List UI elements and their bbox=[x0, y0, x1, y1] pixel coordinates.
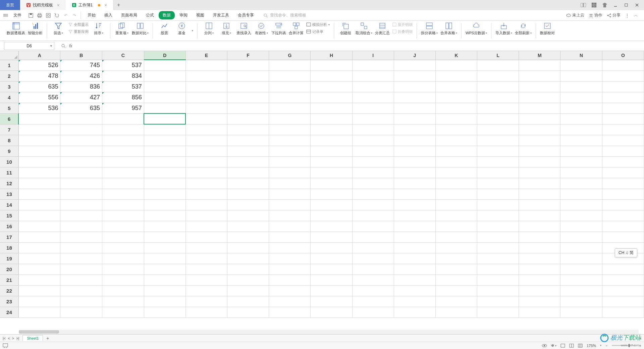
cell-F17[interactable] bbox=[227, 232, 269, 242]
cell-D7[interactable] bbox=[144, 124, 185, 135]
cell-B21[interactable] bbox=[60, 275, 102, 285]
cell-F10[interactable] bbox=[227, 156, 269, 167]
col-header-O[interactable]: O bbox=[602, 51, 644, 60]
cell-A17[interactable] bbox=[18, 232, 60, 242]
cell-L9[interactable] bbox=[477, 146, 519, 156]
cell-B22[interactable] bbox=[60, 285, 102, 296]
spreadsheet-grid[interactable]: ABCDEFGHIJKLMNO1526745537247842683436358… bbox=[0, 51, 644, 334]
cell-F7[interactable] bbox=[227, 124, 269, 135]
cell-C11[interactable] bbox=[102, 167, 144, 178]
fill-button[interactable]: 填充▾ bbox=[219, 22, 234, 36]
cell-M6[interactable] bbox=[519, 113, 560, 124]
subtotal-button[interactable]: 分类汇总 bbox=[375, 22, 390, 36]
cell-K5[interactable] bbox=[435, 103, 477, 113]
cell-D11[interactable] bbox=[144, 167, 185, 178]
tab-template[interactable]: 找稻壳模板 × bbox=[20, 0, 66, 10]
cell-C22[interactable] bbox=[102, 285, 144, 296]
cell-I24[interactable] bbox=[352, 307, 394, 317]
cell-I19[interactable] bbox=[352, 253, 394, 264]
formula-input[interactable] bbox=[75, 42, 612, 50]
cell-K21[interactable] bbox=[435, 275, 477, 285]
cell-G5[interactable] bbox=[269, 103, 311, 113]
share-button[interactable]: 分享 bbox=[607, 12, 621, 18]
reapply-button[interactable]: 重新应用 bbox=[68, 29, 89, 34]
col-header-N[interactable]: N bbox=[560, 51, 602, 60]
cell-H14[interactable] bbox=[311, 199, 352, 210]
col-header-J[interactable]: J bbox=[394, 51, 435, 60]
cell-B15[interactable] bbox=[60, 210, 102, 221]
cell-J11[interactable] bbox=[394, 167, 435, 178]
layout-icon[interactable] bbox=[580, 1, 587, 9]
cell-F4[interactable] bbox=[227, 92, 269, 103]
cell-L20[interactable] bbox=[477, 264, 519, 275]
cell-L22[interactable] bbox=[477, 285, 519, 296]
menu-tab-3[interactable]: 公式 bbox=[142, 10, 158, 20]
cell-L2[interactable] bbox=[477, 70, 519, 81]
cell-E2[interactable] bbox=[185, 70, 227, 81]
print-icon[interactable] bbox=[37, 13, 42, 18]
lang-icon[interactable]: ⊕ ▾ bbox=[551, 343, 556, 348]
row-header-4[interactable]: 4 bbox=[0, 92, 18, 103]
cell-K18[interactable] bbox=[435, 242, 477, 253]
cell-A20[interactable] bbox=[18, 264, 60, 275]
cell-A6[interactable] bbox=[18, 113, 60, 124]
cell-N7[interactable] bbox=[560, 124, 602, 135]
cell-C15[interactable] bbox=[102, 210, 144, 221]
cell-E20[interactable] bbox=[185, 264, 227, 275]
cell-K16[interactable] bbox=[435, 221, 477, 232]
cell-M7[interactable] bbox=[519, 124, 560, 135]
view-break-icon[interactable] bbox=[578, 344, 583, 348]
cell-L11[interactable] bbox=[477, 167, 519, 178]
cell-L16[interactable] bbox=[477, 221, 519, 232]
cell-F1[interactable] bbox=[227, 60, 269, 70]
cell-H6[interactable] bbox=[311, 113, 352, 124]
cell-F3[interactable] bbox=[227, 81, 269, 92]
input-mode-icon[interactable] bbox=[3, 343, 8, 348]
cell-C2[interactable]: 834 bbox=[102, 70, 144, 81]
cell-C5[interactable]: 957 bbox=[102, 103, 144, 113]
cell-J10[interactable] bbox=[394, 156, 435, 167]
cell-D5[interactable] bbox=[144, 103, 185, 113]
preview-icon[interactable] bbox=[46, 13, 51, 18]
cell-F18[interactable] bbox=[227, 242, 269, 253]
chevron-down-icon[interactable]: ▼ bbox=[50, 44, 53, 48]
cell-A7[interactable] bbox=[18, 124, 60, 135]
cell-C12[interactable] bbox=[102, 178, 144, 189]
cell-O11[interactable] bbox=[602, 167, 644, 178]
cell-E14[interactable] bbox=[185, 199, 227, 210]
cell-D15[interactable] bbox=[144, 210, 185, 221]
cell-B13[interactable] bbox=[60, 189, 102, 199]
stock-button[interactable]: 股票 bbox=[157, 22, 172, 36]
cell-K14[interactable] bbox=[435, 199, 477, 210]
cell-M5[interactable] bbox=[519, 103, 560, 113]
undo-button[interactable]: ↶ bbox=[63, 13, 68, 18]
cell-M8[interactable] bbox=[519, 135, 560, 146]
row-header-9[interactable]: 9 bbox=[0, 146, 18, 156]
cell-K13[interactable] bbox=[435, 189, 477, 199]
cell-O5[interactable] bbox=[602, 103, 644, 113]
row-header-17[interactable]: 17 bbox=[0, 232, 18, 242]
cell-G24[interactable] bbox=[269, 307, 311, 317]
cell-B10[interactable] bbox=[60, 156, 102, 167]
cell-J1[interactable] bbox=[394, 60, 435, 70]
col-header-K[interactable]: K bbox=[435, 51, 477, 60]
cell-M13[interactable] bbox=[519, 189, 560, 199]
cell-B9[interactable] bbox=[60, 146, 102, 156]
cell-D2[interactable] bbox=[144, 70, 185, 81]
cell-F24[interactable] bbox=[227, 307, 269, 317]
cell-O17[interactable] bbox=[602, 232, 644, 242]
split-table-button[interactable]: 拆分表格▾ bbox=[421, 22, 438, 36]
cell-B12[interactable] bbox=[60, 178, 102, 189]
tab-add-button[interactable]: + bbox=[113, 2, 124, 8]
cell-O14[interactable] bbox=[602, 199, 644, 210]
zoom-level[interactable]: 175% bbox=[587, 344, 596, 348]
duplicates-button[interactable]: 重复项▾ bbox=[114, 22, 129, 36]
cell-K22[interactable] bbox=[435, 285, 477, 296]
cell-F14[interactable] bbox=[227, 199, 269, 210]
cell-A3[interactable]: 635 bbox=[18, 81, 60, 92]
cell-N10[interactable] bbox=[560, 156, 602, 167]
cell-E11[interactable] bbox=[185, 167, 227, 178]
cell-I17[interactable] bbox=[352, 232, 394, 242]
cell-N14[interactable] bbox=[560, 199, 602, 210]
menu-tab-0[interactable]: 开始 bbox=[84, 10, 100, 20]
